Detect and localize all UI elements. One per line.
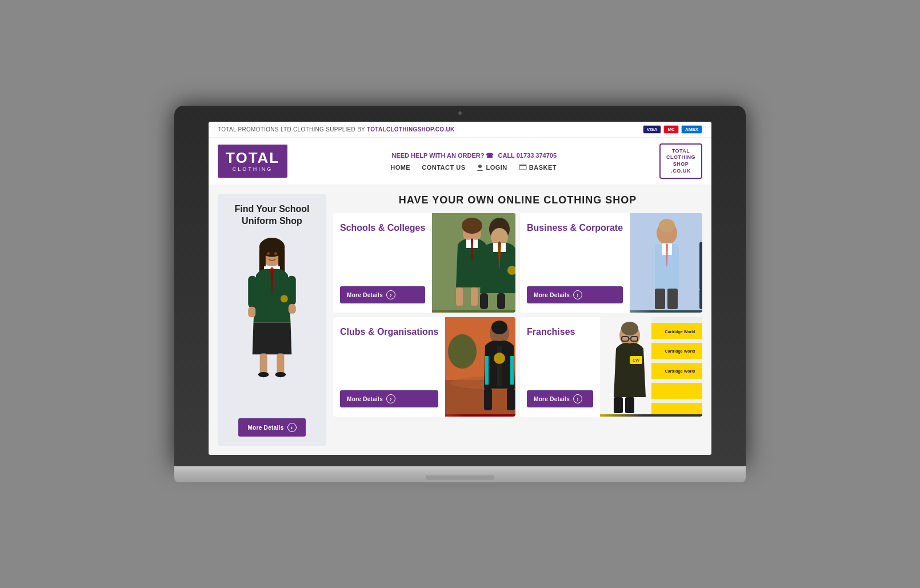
svg-point-51 [491, 321, 507, 334]
svg-rect-9 [260, 353, 267, 374]
categories-grid: Schools & Colleges More Details › [333, 213, 702, 417]
business-more-details-button[interactable]: More Details › [527, 286, 623, 303]
tc-line3: SHOP [666, 161, 695, 168]
category-business: Business & Corporate More Details › [520, 213, 702, 313]
svg-rect-15 [248, 307, 255, 318]
screen: TOTAL PROMOTIONS LTD CLOTHING SUPPLIED B… [209, 122, 711, 455]
svg-rect-41 [699, 289, 702, 309]
nav-links: HOME CONTACT US LOGIN BASKET [390, 164, 557, 171]
franchises-image: Cartridge World Cartridge World Cartridg… [600, 317, 702, 417]
tc-line1: TOTAL [666, 148, 695, 155]
schools-btn-label: More Details [347, 292, 383, 298]
clubs-info: Clubs & Organisations More Details › [333, 317, 445, 417]
basket-icon [519, 164, 527, 171]
logo-clothing: CLOTHING [226, 166, 279, 172]
svg-point-7 [274, 252, 278, 255]
franchises-people-svg: Cartridge World Cartridge World Cartridg… [600, 317, 702, 414]
svg-point-20 [462, 218, 482, 234]
help-prefix: NEED HELP WITH AN ORDER? [391, 152, 484, 159]
nav-basket[interactable]: BASKET [519, 164, 557, 171]
phone-icon: ☎ [486, 152, 494, 159]
svg-point-0 [478, 165, 482, 168]
svg-rect-36 [667, 289, 678, 309]
svg-rect-35 [655, 289, 665, 309]
business-info: Business & Corporate More Details › [520, 213, 630, 313]
webcam [458, 111, 462, 115]
franchises-more-details-button[interactable]: More Details › [527, 390, 593, 407]
svg-point-12 [275, 372, 286, 377]
clubs-more-details-button[interactable]: More Details › [340, 390, 438, 407]
clubs-title: Clubs & Organisations [340, 326, 438, 338]
svg-text:Cartridge World: Cartridge World [665, 349, 695, 354]
nav-login[interactable]: LOGIN [477, 164, 507, 171]
svg-rect-14 [287, 276, 296, 305]
svg-text:Cartridge World: Cartridge World [665, 330, 695, 334]
svg-point-55 [494, 353, 505, 364]
school-girl-figure [235, 238, 309, 386]
svg-rect-54 [497, 346, 502, 386]
nav-contact[interactable]: CONTACT US [422, 164, 465, 171]
tc-badge[interactable]: TOTAL CLOTHING SHOP .CO.UK [659, 143, 702, 179]
svg-rect-22 [456, 287, 463, 306]
schools-info: Schools & Colleges More Details › [333, 213, 432, 313]
clubs-btn-label: More Details [347, 396, 383, 402]
svg-rect-16 [289, 304, 296, 314]
header-right: NEED HELP WITH AN ORDER? ☎ CALL 01733 37… [390, 152, 557, 171]
svg-rect-57 [507, 389, 515, 410]
promo-prefix: TOTAL PROMOTIONS LTD CLOTHING SUPPLIED B… [218, 126, 367, 133]
user-icon [477, 164, 483, 171]
payment-icons: VISA MC AMEX [643, 125, 702, 134]
schools-more-details-button[interactable]: More Details › [340, 286, 425, 303]
svg-rect-39 [699, 242, 702, 290]
main-content: Find Your School Uniform Shop [209, 185, 711, 455]
trackpad[interactable] [426, 475, 494, 480]
svg-point-6 [267, 252, 270, 255]
help-text: NEED HELP WITH AN ORDER? ☎ CALL 01733 37… [391, 152, 557, 159]
promo-link[interactable]: TOTALCLOTHINGSHOP.CO.UK [367, 126, 455, 133]
svg-rect-13 [248, 276, 257, 308]
screen-bezel: TOTAL PROMOTIONS LTD CLOTHING SUPPLIED B… [174, 106, 746, 467]
svg-rect-63 [651, 383, 702, 399]
logo[interactable]: TOTAL CLOTHING [218, 145, 287, 178]
right-panel: HAVE YOUR OWN ONLINE CLOTHING SHOP Schoo… [333, 194, 702, 446]
franchises-btn-arrow: › [573, 394, 582, 403]
promo-text: TOTAL PROMOTIONS LTD CLOTHING SUPPLIED B… [218, 126, 455, 133]
business-title: Business & Corporate [527, 222, 623, 234]
basket-label: BASKET [529, 164, 557, 171]
clubs-people-svg [445, 317, 515, 414]
svg-rect-27 [480, 293, 488, 309]
svg-rect-56 [484, 389, 492, 410]
phone-number[interactable]: CALL 01733 374705 [498, 152, 557, 159]
left-panel-btn-label: More Details [247, 425, 283, 431]
svg-rect-28 [497, 293, 505, 309]
schools-title: Schools & Colleges [340, 222, 425, 234]
logo-total: TOTAL [226, 150, 279, 165]
category-franchises: Franchises More Details › [520, 317, 702, 417]
tc-line2: CLOTHING [666, 154, 695, 161]
nav-home[interactable]: HOME [390, 164, 410, 171]
top-bar: TOTAL PROMOTIONS LTD CLOTHING SUPPLIED B… [209, 122, 711, 138]
svg-point-17 [281, 295, 288, 302]
svg-rect-53 [510, 356, 514, 385]
business-image: ASL [630, 213, 702, 313]
girl-svg [235, 238, 309, 386]
schools-btn-arrow: › [386, 290, 395, 299]
svg-rect-52 [485, 356, 489, 385]
franchises-title: Franchises [527, 326, 593, 338]
login-label: LOGIN [486, 164, 507, 171]
clubs-btn-arrow: › [386, 394, 395, 403]
schools-people-svg [432, 213, 515, 310]
franchises-info: Franchises More Details › [520, 317, 600, 417]
business-btn-label: More Details [534, 292, 570, 298]
left-panel-more-details-button[interactable]: More Details › [238, 418, 305, 437]
svg-text:CW: CW [633, 358, 639, 362]
category-schools: Schools & Colleges More Details › [333, 213, 515, 313]
laptop-container: TOTAL PROMOTIONS LTD CLOTHING SUPPLIED B… [174, 106, 746, 483]
tc-line4: .CO.UK [666, 168, 695, 175]
svg-rect-23 [471, 287, 478, 306]
mastercard-icon: MC [663, 125, 678, 134]
svg-text:Cartridge World: Cartridge World [665, 369, 695, 374]
header: TOTAL CLOTHING NEED HELP WITH AN ORDER? … [209, 138, 711, 186]
svg-rect-1 [519, 166, 526, 170]
schools-image [432, 213, 515, 313]
